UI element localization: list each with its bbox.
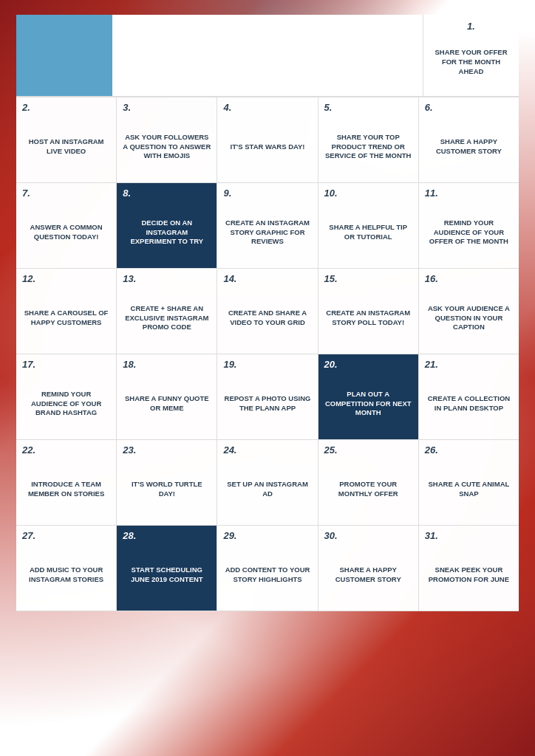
cell-num: 30. [324, 530, 412, 541]
cell-num: 6. [425, 102, 513, 113]
cell-num: 8. [123, 188, 211, 199]
cal-cell-29: 29.ADD CONTENT TO YOUR STORY HIGHLIGHTS [217, 526, 318, 611]
cell-num: 23. [123, 444, 211, 456]
cal-cell-18: 18.SHARE A FUNNY QUOTE OR MEME [117, 354, 217, 439]
cal-cell-24: 24.SET UP AN INSTAGRAM AD [217, 440, 318, 525]
cal-cell-5: 5.SHARE YOUR TOP PRODUCT TREND OR SERVIC… [318, 97, 419, 182]
cal-cell-12: 12.SHARE A CAROUSEL OF HAPPY CUSTOMERS [16, 269, 117, 354]
cell-text: REPOST A PHOTO USING THE PLANN APP [223, 373, 311, 435]
cell-num: 20. [324, 359, 412, 370]
cell-num: 10. [324, 188, 412, 199]
cell-num: 22. [22, 444, 110, 456]
cal-cell-14: 14.CREATE AND SHARE A VIDEO TO YOUR GRID [217, 269, 318, 354]
cell-num: 24. [223, 444, 311, 456]
cell-text: CREATE AN INSTAGRAM STORY POLL TODAY! [324, 287, 412, 349]
cell-text: HOST AN INSTAGRAM LIVE VIDEO [22, 116, 110, 178]
cell-text: CREATE A COLLECTION IN PLANN DESKTOP [425, 373, 513, 435]
header-row: 1. SHARE YOUR OFFER FOR THE MONTH AHEAD [16, 15, 519, 97]
calendar-grid: 2.HOST AN INSTAGRAM LIVE VIDEO3.ASK YOUR… [16, 97, 519, 611]
cell-text: ADD MUSIC TO YOUR INSTAGRAM STORIES [22, 544, 110, 606]
cell-num: 17. [22, 359, 110, 370]
cell-text: SHARE A CUTE ANIMAL SNAP [425, 458, 513, 520]
cell-text: ADD CONTENT TO YOUR STORY HIGHLIGHTS [223, 544, 311, 606]
cell-num: 15. [324, 273, 412, 284]
cal-cell-20: 20.PLAN OUT A COMPETITION FOR NEXT MONTH [318, 354, 419, 439]
cell-num: 21. [425, 359, 513, 370]
cell-num: 5. [324, 102, 412, 113]
cell-num: 4. [223, 102, 311, 113]
cell-text: ASK YOUR AUDIENCE A QUESTION IN YOUR CAP… [425, 287, 513, 349]
cell-num: 25. [324, 444, 412, 456]
cell-1-text: SHARE YOUR OFFER FOR THE MONTH AHEAD [429, 35, 513, 90]
cell-1-num: 1. [467, 21, 475, 32]
cal-cell-3: 3.ASK YOUR FOLLOWERS A QUESTION TO ANSWE… [117, 97, 217, 182]
cal-row-1: 2.HOST AN INSTAGRAM LIVE VIDEO3.ASK YOUR… [16, 97, 519, 183]
cal-cell-2: 2.HOST AN INSTAGRAM LIVE VIDEO [16, 97, 117, 182]
cal-cell-17: 17.REMIND YOUR AUDIENCE OF YOUR BRAND HA… [16, 354, 117, 439]
cell-num: 2. [22, 102, 110, 113]
cell-num: 3. [123, 102, 211, 113]
cell-num: 16. [425, 273, 513, 284]
cell-text: SET UP AN INSTAGRAM AD [223, 458, 311, 520]
cal-cell-21: 21.CREATE A COLLECTION IN PLANN DESKTOP [419, 354, 519, 439]
cell-num: 26. [425, 444, 513, 456]
cell-text: SHARE A CAROUSEL OF HAPPY CUSTOMERS [22, 287, 110, 349]
cell-text: PROMOTE YOUR MONTHLY OFFER [324, 458, 412, 520]
cell-text: SHARE A HELPFUL TIP OR TUTORIAL [324, 202, 412, 264]
cell-text: IT'S STAR WARS DAY! [223, 116, 311, 178]
cell-text: SHARE YOUR TOP PRODUCT TREND OR SERVICE … [324, 116, 412, 178]
cell-num: 7. [22, 188, 110, 199]
cal-row-3: 12.SHARE A CAROUSEL OF HAPPY CUSTOMERS13… [16, 269, 519, 354]
cell-text: REMIND YOUR AUDIENCE OF YOUR BRAND HASHT… [22, 373, 110, 435]
cell-text: PLAN OUT A COMPETITION FOR NEXT MONTH [324, 373, 412, 435]
cal-row-6: 27.ADD MUSIC TO YOUR INSTAGRAM STORIES28… [16, 526, 519, 611]
cal-cell-16: 16.ASK YOUR AUDIENCE A QUESTION IN YOUR … [419, 269, 519, 354]
cal-row-2: 7.ANSWER A COMMON QUESTION TODAY!8.DECID… [16, 183, 519, 269]
cal-cell-8: 8.DECIDE ON AN INSTAGRAM EXPERIMENT TO T… [117, 183, 217, 268]
cal-cell-6: 6.SHARE A HAPPY CUSTOMER STORY [419, 97, 519, 182]
page-container: 1. SHARE YOUR OFFER FOR THE MONTH AHEAD … [16, 15, 519, 611]
cal-cell-22: 22.INTRODUCE A TEAM MEMBER ON STORIES [16, 440, 117, 525]
cal-row-5: 22.INTRODUCE A TEAM MEMBER ON STORIES23.… [16, 440, 519, 526]
cal-cell-26: 26.SHARE A CUTE ANIMAL SNAP [419, 440, 519, 525]
cal-cell-19: 19.REPOST A PHOTO USING THE PLANN APP [217, 354, 318, 439]
cell-text: CREATE AN INSTAGRAM STORY GRAPHIC FOR RE… [223, 202, 311, 264]
cell-text: START SCHEDULING JUNE 2019 CONTENT [123, 544, 211, 606]
cal-cell-7: 7.ANSWER A COMMON QUESTION TODAY! [16, 183, 117, 268]
cal-cell-28: 28.START SCHEDULING JUNE 2019 CONTENT [117, 526, 217, 611]
cell-text: INTRODUCE A TEAM MEMBER ON STORIES [22, 458, 110, 520]
cal-cell-31: 31.SNEAK PEEK YOUR PROMOTION FOR JUNE [419, 526, 519, 611]
cell-num: 18. [123, 359, 211, 370]
cell-num: 31. [425, 530, 513, 541]
cell-num: 12. [22, 273, 110, 284]
cal-cell-9: 9.CREATE AN INSTAGRAM STORY GRAPHIC FOR … [217, 183, 318, 268]
cell-text: IT'S WORLD TURTLE DAY! [123, 458, 211, 520]
cell-num: 9. [223, 188, 311, 199]
cell-text: SHARE A HAPPY CUSTOMER STORY [425, 116, 513, 178]
cell-text: CREATE AND SHARE A VIDEO TO YOUR GRID [223, 287, 311, 349]
cell-text: SHARE A FUNNY QUOTE OR MEME [123, 373, 211, 435]
cell-num: 27. [22, 530, 110, 541]
logo-cell [16, 15, 112, 96]
cal-cell-13: 13.CREATE + SHARE AN EXCLUSIVE INSTAGRAM… [117, 269, 217, 354]
header-content [112, 15, 423, 96]
cell-text: CREATE + SHARE AN EXCLUSIVE INSTAGRAM PR… [123, 287, 211, 349]
cal-cell-15: 15.CREATE AN INSTAGRAM STORY POLL TODAY! [318, 269, 419, 354]
cal-cell-4: 4.IT'S STAR WARS DAY! [217, 97, 318, 182]
cell-num: 11. [425, 188, 513, 199]
cell-num: 14. [223, 273, 311, 284]
cell-num: 29. [223, 530, 311, 541]
cell-text: ANSWER A COMMON QUESTION TODAY! [22, 202, 110, 264]
cal-cell-30: 30.SHARE A HAPPY CUSTOMER STORY [318, 526, 419, 611]
cal-cell-25: 25.PROMOTE YOUR MONTHLY OFFER [318, 440, 419, 525]
cell-num: 28. [123, 530, 211, 541]
cell-text: SNEAK PEEK YOUR PROMOTION FOR JUNE [425, 544, 513, 606]
cal-cell-10: 10.SHARE A HELPFUL TIP OR TUTORIAL [318, 183, 419, 268]
cell-text: ASK YOUR FOLLOWERS A QUESTION TO ANSWER … [123, 116, 211, 178]
cal-cell-27: 27.ADD MUSIC TO YOUR INSTAGRAM STORIES [16, 526, 117, 611]
cal-cell-11: 11.REMIND YOUR AUDIENCE OF YOUR OFFER OF… [419, 183, 519, 268]
cell-text: DECIDE ON AN INSTAGRAM EXPERIMENT TO TRY [123, 202, 211, 264]
cell-num: 19. [223, 359, 311, 370]
cell-text: SHARE A HAPPY CUSTOMER STORY [324, 544, 412, 606]
cal-cell-23: 23.IT'S WORLD TURTLE DAY! [117, 440, 217, 525]
